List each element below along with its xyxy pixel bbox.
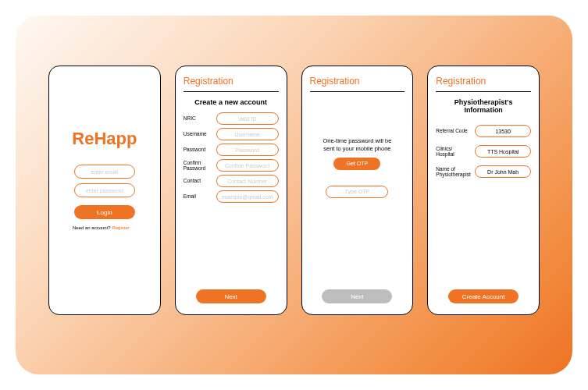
label-password: Password	[184, 147, 213, 152]
field-row-physio: Name of Physiotherapist	[436, 165, 531, 178]
label-email: Email	[184, 193, 213, 199]
label-contact: Contact	[184, 178, 213, 183]
otp-info-text: One-time password will be sent to your m…	[310, 137, 405, 153]
otp-input[interactable]	[326, 186, 388, 198]
login-button[interactable]: Login	[74, 205, 135, 219]
label-username: Username	[184, 131, 213, 136]
reg-password-input[interactable]	[216, 144, 279, 156]
mockup-canvas: ReHapp Login Need an account? Register R…	[16, 16, 572, 374]
field-row-password: Password	[184, 144, 279, 156]
label-clinic: Clinics/ Hospital	[436, 146, 472, 157]
register-link[interactable]: Register	[112, 225, 129, 230]
field-row-clinic: Clinics/ Hospital	[436, 145, 531, 158]
next-button-disabled: Next	[322, 289, 392, 303]
label-confirm: Confirm Password	[184, 160, 213, 171]
page-heading: Registration	[436, 76, 531, 92]
confirm-password-input[interactable]	[216, 159, 279, 172]
field-row-referral: Referral Code	[436, 125, 531, 137]
username-input[interactable]	[216, 128, 279, 140]
label-physio: Name of Physiotherapist	[436, 166, 472, 177]
field-row-email: Email	[184, 190, 279, 203]
field-row-username: Username	[184, 128, 279, 140]
screen-registration-3: Registration Physiotherapist's Informati…	[427, 66, 540, 315]
referral-input[interactable]	[475, 125, 531, 137]
reg-email-input[interactable]	[216, 190, 279, 203]
physio-name-input[interactable]	[475, 165, 531, 178]
page-heading: Registration	[310, 76, 405, 92]
need-account-text: Need an account? Register	[73, 225, 130, 230]
next-button[interactable]: Next	[196, 289, 266, 303]
field-row-nric: NRIC	[184, 112, 279, 125]
label-nric: NRIC	[184, 115, 213, 121]
get-otp-button[interactable]: Get OTP	[333, 158, 380, 170]
app-title: ReHapp	[72, 129, 137, 149]
email-input[interactable]	[74, 165, 135, 179]
contact-input[interactable]	[216, 175, 279, 187]
page-subheading: Create a new account	[184, 98, 279, 106]
nric-input[interactable]	[216, 112, 279, 125]
field-row-contact: Contact	[184, 175, 279, 187]
field-row-confirm: Confirm Password	[184, 159, 279, 172]
screen-login: ReHapp Login Need an account? Register	[48, 66, 161, 315]
screen-registration-2: Registration One-time password will be s…	[301, 66, 414, 315]
screen-registration-1: Registration Create a new account NRIC U…	[175, 66, 287, 315]
phones-row: ReHapp Login Need an account? Register R…	[16, 16, 572, 315]
create-account-button[interactable]: Create Account	[448, 289, 519, 303]
page-heading: Registration	[184, 76, 279, 92]
page-subheading: Physiotherapist's Information	[436, 98, 531, 114]
clinic-input[interactable]	[475, 145, 531, 158]
password-input[interactable]	[74, 183, 135, 197]
label-referral: Referral Code	[436, 128, 472, 133]
